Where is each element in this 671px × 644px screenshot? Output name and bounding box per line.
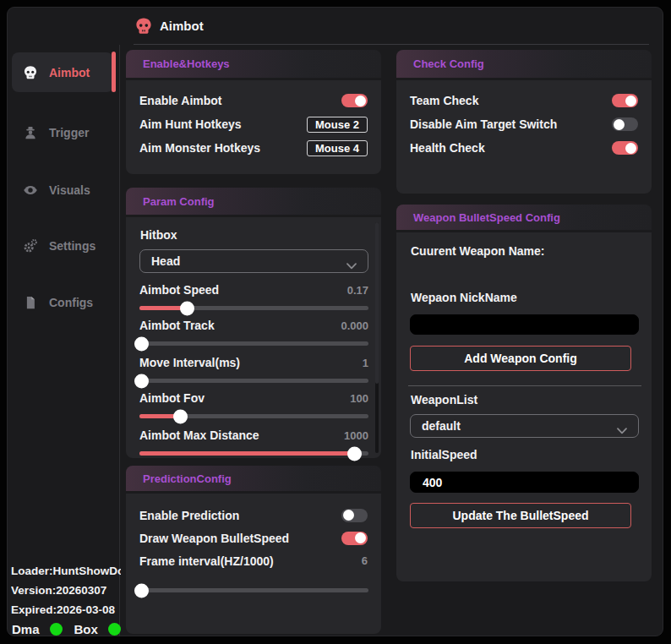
sidebar-item-label: Configs: [49, 296, 93, 309]
aimbot-fov-slider[interactable]: [139, 414, 368, 418]
expired-text: Expired:2026-03-08: [11, 600, 121, 619]
frame-interval-value: 6: [362, 554, 368, 567]
initial-speed-label: InitialSpeed: [411, 448, 477, 461]
draw-weapon-bulletspeed-toggle[interactable]: [341, 532, 368, 545]
dma-status-dot: [50, 623, 63, 636]
panel-enable-hotkeys: Enable Aimbot Aim Hunt Hotkeys Mouse 2 A…: [126, 80, 381, 174]
sidebar-item-label: Trigger: [49, 126, 89, 139]
add-weapon-config-button[interactable]: Add Weapon Config: [410, 346, 631, 371]
dma-label: Dma: [12, 622, 40, 636]
toggle-knob: [343, 510, 354, 521]
panel-title: Enable&Hotkeys: [143, 57, 230, 70]
frame-interval-label: Frame interval(HZ/1000): [139, 554, 274, 568]
sidebar-item-label: Visuals: [49, 183, 90, 197]
panel-title: PredictionConfig: [143, 472, 232, 485]
slider-fill: [139, 306, 188, 310]
panel-header-param-config: Param Config: [126, 188, 381, 215]
toggle-knob: [614, 119, 625, 130]
setting-row: Disable Aim Target Switch: [396, 112, 652, 136]
toggle-knob: [355, 532, 366, 543]
slider-knob[interactable]: [180, 301, 194, 315]
hitbox-dropdown[interactable]: Head: [139, 249, 368, 273]
sidebar-item-settings[interactable]: Settings: [12, 232, 113, 260]
panel-param-config: Hitbox Head Aimbot Speed0.17 Aimbot Trac…: [126, 217, 381, 458]
chevron-down-icon: [617, 423, 627, 429]
slider-label: Move Interval(ms): [139, 356, 240, 369]
aim-monster-hotkeys-label: Aim Monster Hotkeys: [139, 141, 260, 155]
slider-label: Aimbot Fov: [139, 391, 205, 405]
disable-aim-target-switch-label: Disable Aim Target Switch: [410, 117, 557, 131]
slider-label: Aimbot Track: [139, 319, 215, 332]
slider-fill: [139, 451, 355, 456]
aimbot-track-slider[interactable]: [139, 341, 368, 346]
weapon-nickname-label: Wepaon NickName: [411, 291, 517, 304]
slider-fill: [139, 341, 142, 346]
hitbox-label: Hitbox: [140, 228, 177, 242]
move-interval-slider[interactable]: [139, 379, 368, 383]
file-icon: [23, 295, 38, 310]
panel-title: Param Config: [143, 195, 215, 208]
slider-group-aimbot-fov: Aimbot Fov100: [139, 389, 368, 418]
update-bulletspeed-button[interactable]: Update The BulletSpeed: [410, 503, 631, 528]
panel-weapon-bulletspeed: Cuurent Weapon Name: Wepaon NickName Add…: [396, 232, 652, 581]
draw-weapon-bulletspeed-label: Draw Weapon BulletSpeed: [139, 532, 289, 545]
panel-prediction-config: Enable Prediction Draw Weapon BulletSpee…: [126, 494, 381, 634]
page-title: Aimbot: [160, 19, 204, 33]
setting-row: Enable Prediction: [126, 504, 381, 527]
setting-row: Aim Monster Hotkeys Mouse 4: [126, 136, 381, 160]
gear-icon: [23, 238, 38, 254]
panel-header-enable-hotkeys: Enable&Hotkeys: [126, 50, 381, 78]
slider-value: 1: [363, 357, 368, 369]
setting-row: Enable Aimbot: [126, 89, 381, 112]
aimbot-max-distance-slider[interactable]: [139, 451, 368, 456]
setting-row: Aim Hunt Hotkeys Mouse 2: [126, 112, 381, 136]
slider-knob[interactable]: [134, 374, 149, 388]
panel-header-prediction-config: PredictionConfig: [126, 466, 381, 491]
frame-interval-slider[interactable]: [139, 588, 368, 592]
team-check-label: Team Check: [410, 94, 478, 107]
sidebar-item-label: Aimbot: [49, 66, 90, 79]
sidebar-divider: [119, 45, 120, 636]
weapon-nickname-input[interactable]: [410, 314, 639, 335]
aim-hunt-hotkey-button[interactable]: Mouse 2: [307, 117, 368, 133]
panel-title: Weapon BulletSpeed Config: [413, 211, 560, 224]
setting-row: Frame interval(HZ/1000) 6: [126, 549, 381, 572]
weapon-list-dropdown[interactable]: default: [410, 414, 639, 438]
disable-aim-target-switch-toggle[interactable]: [612, 117, 638, 131]
screen: Aimbot Aimbot Trigger Visuals Settings C…: [0, 0, 671, 644]
initial-speed-input[interactable]: [410, 472, 639, 493]
skull-icon: [23, 65, 38, 80]
version-text: Version:20260307: [11, 581, 121, 600]
hunter-icon: [23, 125, 38, 140]
slider-label: Aimbot Speed: [139, 283, 219, 297]
sidebar-item-visuals[interactable]: Visuals: [12, 176, 113, 205]
scrollbar-thumb[interactable]: [375, 222, 379, 384]
slider-group-aimbot-track: Aimbot Track0.000: [139, 316, 368, 346]
header-divider: [134, 44, 649, 45]
enable-aimbot-toggle[interactable]: [341, 94, 368, 107]
team-check-toggle[interactable]: [612, 94, 638, 107]
health-check-toggle[interactable]: [612, 141, 638, 155]
slider-knob[interactable]: [347, 446, 362, 461]
sidebar-item-configs[interactable]: Configs: [12, 288, 113, 317]
sidebar-item-trigger[interactable]: Trigger: [12, 118, 113, 147]
box-status-dot: [108, 623, 121, 636]
panel-header-check-config: Check Config: [396, 50, 652, 78]
weapon-list-label: WeaponList: [411, 393, 477, 407]
slider-knob[interactable]: [134, 336, 149, 351]
slider-knob[interactable]: [134, 583, 149, 598]
slider-knob[interactable]: [173, 409, 188, 423]
app-header: Aimbot: [8, 8, 663, 44]
weapon-list-dropdown-value: default: [422, 419, 461, 433]
sidebar-item-label: Settings: [49, 239, 95, 253]
sidebar-item-aimbot[interactable]: Aimbot: [12, 52, 113, 92]
slider-value: 100: [350, 392, 368, 405]
slider-group-aimbot-max-distance: Aimbot Max Distance1000: [139, 426, 368, 456]
slider-fill: [139, 414, 181, 418]
enable-prediction-toggle[interactable]: [341, 509, 368, 522]
scrollbar[interactable]: [375, 222, 379, 453]
skull-icon: [134, 17, 153, 35]
aimbot-speed-slider[interactable]: [139, 306, 368, 310]
aim-monster-hotkey-button[interactable]: Mouse 4: [307, 140, 368, 156]
toggle-knob: [625, 143, 636, 154]
